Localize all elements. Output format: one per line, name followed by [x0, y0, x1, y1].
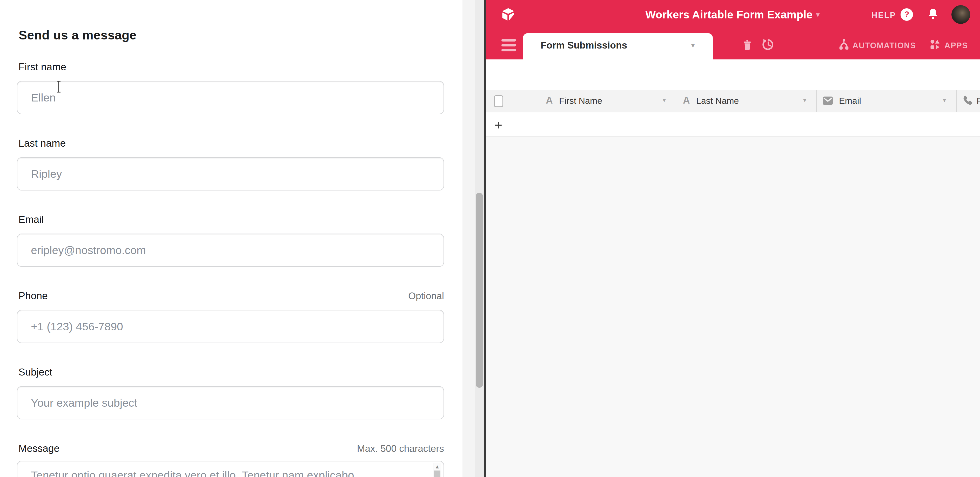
- column-header-last-name[interactable]: Last Name: [696, 96, 739, 106]
- first-name-label: First name: [17, 61, 66, 73]
- subject-input[interactable]: [17, 386, 444, 419]
- window-divider: [484, 0, 486, 477]
- frozen-column-divider[interactable]: [676, 90, 676, 477]
- avatar[interactable]: [951, 5, 970, 24]
- column-header-phone[interactable]: Phone: [977, 96, 980, 106]
- email-input[interactable]: [17, 234, 444, 267]
- ibeam-cursor: [56, 81, 62, 94]
- message-scrollbar-thumb[interactable]: [434, 471, 441, 477]
- subject-label-row: Subject: [17, 366, 444, 378]
- screenshot-root: Send us a message First name Last name E…: [0, 0, 980, 477]
- column-divider[interactable]: [956, 90, 957, 113]
- chevron-down-icon[interactable]: ▾: [803, 97, 806, 104]
- email-label: Email: [17, 214, 44, 225]
- subject-label: Subject: [17, 366, 52, 378]
- phone-input[interactable]: [17, 310, 444, 343]
- tab-label: Form Submissions: [541, 40, 627, 51]
- view-toolbar: Grid view: [486, 59, 980, 90]
- airtable-panel: Workers Airtable Form Example▾ HELP ?: [486, 0, 980, 477]
- message-textarea[interactable]: [17, 461, 444, 477]
- phone-label-row: Phone Optional: [17, 290, 444, 301]
- first-name-input[interactable]: [17, 81, 444, 114]
- first-name-label-row: First name: [17, 61, 444, 73]
- form-title: Send us a message: [19, 28, 137, 42]
- automations-button[interactable]: AUTOMATIONS: [853, 41, 916, 50]
- message-max-chars-note: Max. 500 characters: [357, 443, 444, 454]
- message-label-row: Message Max. 500 characters: [17, 443, 444, 454]
- phone-label: Phone: [17, 290, 48, 301]
- page-scrollbar-thumb[interactable]: [476, 193, 483, 388]
- last-name-label-row: Last name: [17, 138, 444, 149]
- select-all-checkbox[interactable]: [494, 95, 503, 107]
- last-name-input[interactable]: [17, 157, 444, 190]
- text-icon: A: [683, 95, 690, 106]
- help-button[interactable]: HELP: [872, 11, 896, 20]
- page-scrollbar-gutter: [463, 0, 475, 477]
- history-icon[interactable]: [762, 38, 775, 52]
- chevron-down-icon[interactable]: ▾: [691, 41, 695, 49]
- column-header-email[interactable]: Email: [839, 96, 861, 106]
- add-row[interactable]: [486, 113, 980, 137]
- message-inner-scrollbar[interactable]: ▲: [433, 463, 441, 477]
- automations-icon[interactable]: [837, 37, 851, 53]
- base-title[interactable]: Workers Airtable Form Example▾: [598, 9, 867, 21]
- message-label: Message: [17, 443, 59, 454]
- email-icon: [822, 95, 834, 108]
- column-header-first-name[interactable]: First Name: [559, 96, 602, 106]
- phone-optional-note: Optional: [408, 291, 444, 301]
- trash-icon[interactable]: [741, 38, 753, 52]
- grid-empty-body: [486, 137, 980, 477]
- phone-icon: [960, 94, 973, 108]
- text-icon: A: [546, 95, 553, 106]
- chevron-down-icon[interactable]: ▾: [943, 97, 946, 104]
- chevron-down-icon: ▾: [816, 11, 819, 18]
- notifications-bell-icon[interactable]: [926, 7, 940, 23]
- help-question-icon[interactable]: ?: [900, 8, 913, 21]
- email-label-row: Email: [17, 214, 444, 225]
- apps-button[interactable]: APPS: [944, 41, 968, 50]
- column-divider[interactable]: [816, 90, 817, 113]
- apps-icon[interactable]: [928, 38, 942, 53]
- last-name-label: Last name: [17, 138, 66, 149]
- airtable-logo-icon[interactable]: [500, 6, 517, 24]
- chevron-down-icon[interactable]: ▾: [663, 97, 666, 104]
- scroll-up-arrow-icon[interactable]: ▲: [433, 464, 441, 470]
- contact-form-panel: Send us a message First name Last name E…: [0, 0, 463, 477]
- add-row-plus-icon[interactable]: +: [495, 117, 502, 133]
- tab-form-submissions[interactable]: Form Submissions ▾: [523, 33, 713, 59]
- airtable-top-bar: Workers Airtable Form Example▾ HELP ?: [486, 0, 980, 30]
